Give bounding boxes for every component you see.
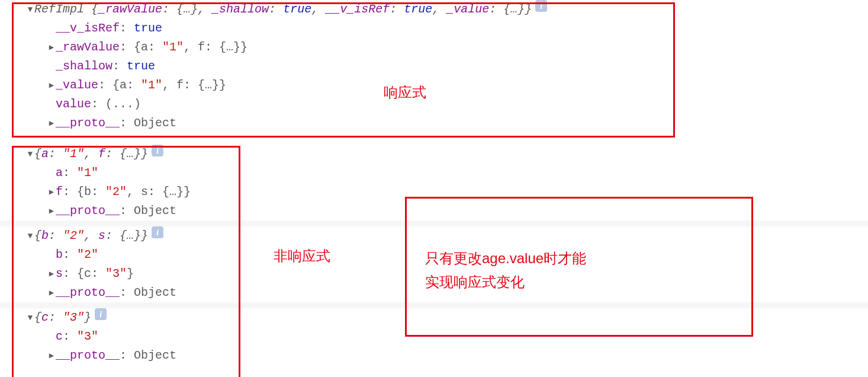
prop-key: _value [56, 76, 98, 95]
prop-key: __v_isRef [56, 19, 120, 38]
disclosure-triangle-icon[interactable] [47, 346, 56, 365]
object-header-obj-a[interactable]: {a: "1", f: {…}} i [0, 145, 868, 164]
prop-f[interactable]: f: {b: "2", s: {…}} [0, 183, 868, 202]
prop-rawvalue[interactable]: _rawValue: {a: "1", f: {…}} [0, 38, 868, 57]
object-preview: {c: "3"} [34, 308, 91, 327]
prop-value: "3" [77, 327, 98, 346]
disclosure-triangle-icon[interactable] [47, 264, 56, 283]
info-icon[interactable]: i [152, 226, 163, 238]
prop-proto[interactable]: __proto__: Object [0, 202, 868, 221]
prop-key: __proto__ [56, 114, 120, 133]
prop-value: Object [134, 202, 176, 221]
prop-value: Object [134, 114, 176, 133]
object-header-obj-c[interactable]: {c: "3"} i [0, 308, 868, 327]
disclosure-triangle-icon[interactable] [47, 76, 56, 95]
prop-c[interactable]: c: "3" [0, 327, 868, 346]
prop-shallow[interactable]: _shallow: true [0, 57, 868, 76]
prop-key: _shallow [56, 57, 112, 76]
prop-key: __proto__ [56, 202, 120, 221]
prop-key: s [56, 264, 63, 283]
prop-key: _rawValue [56, 38, 120, 57]
disclosure-triangle-icon[interactable] [26, 0, 34, 19]
prop-key: f [56, 183, 63, 202]
prop-value: Object [134, 346, 176, 365]
prop-value-internal[interactable]: _value: {a: "1", f: {…}} [0, 76, 868, 95]
disclosure-triangle-icon[interactable] [47, 183, 56, 202]
prop-proto[interactable]: __proto__: Object [0, 114, 868, 133]
prop-value: (...) [105, 95, 141, 114]
prop-value: true [127, 57, 155, 76]
prop-key: b [56, 245, 63, 264]
disclosure-triangle-icon[interactable] [47, 38, 56, 57]
prop-key: a [56, 164, 63, 183]
prop-value: "2" [77, 245, 98, 264]
prop-b[interactable]: b: "2" [0, 245, 868, 264]
info-icon[interactable]: i [152, 145, 163, 156]
prop-key: value [56, 95, 91, 114]
prop-proto[interactable]: __proto__: Object [0, 283, 868, 302]
object-preview: {b: "2", s: {…}} [34, 226, 148, 245]
object-preview: RefImpl {_rawValue: {…}, _shallow: true,… [34, 0, 532, 19]
info-icon[interactable]: i [95, 308, 107, 320]
disclosure-triangle-icon[interactable] [47, 283, 56, 302]
prop-value-getter[interactable]: value: (...) [0, 95, 868, 114]
disclosure-triangle-icon[interactable] [26, 308, 34, 327]
prop-value: "1" [77, 164, 98, 183]
prop-value: true [134, 19, 162, 38]
object-preview: {a: "1", f: {…}} [34, 145, 148, 164]
prop-s[interactable]: s: {c: "3"} [0, 264, 868, 283]
devtools-console: RefImpl {_rawValue: {…}, _shallow: true,… [0, 0, 868, 377]
disclosure-triangle-icon[interactable] [26, 226, 34, 245]
prop-proto[interactable]: __proto__: Object [0, 346, 868, 365]
prop-value: Object [134, 283, 176, 302]
divider [0, 133, 868, 145]
info-icon[interactable]: i [535, 0, 547, 12]
prop-key: __proto__ [56, 283, 120, 302]
disclosure-triangle-icon[interactable] [47, 114, 56, 133]
prop-key: __proto__ [56, 346, 120, 365]
object-header-refimpl[interactable]: RefImpl {_rawValue: {…}, _shallow: true,… [0, 0, 868, 19]
prop-a[interactable]: a: "1" [0, 164, 868, 183]
divider [0, 221, 868, 226]
disclosure-triangle-icon[interactable] [47, 202, 56, 221]
disclosure-triangle-icon[interactable] [26, 145, 34, 164]
prop-v-isref[interactable]: __v_isRef: true [0, 19, 868, 38]
prop-key: c [56, 327, 63, 346]
divider [0, 302, 868, 308]
object-header-obj-b[interactable]: {b: "2", s: {…}} i [0, 226, 868, 245]
